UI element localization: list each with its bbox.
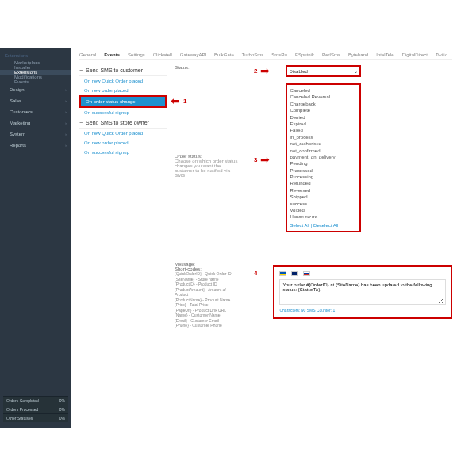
status-option[interactable]: Denied (290, 114, 357, 121)
tab-bulkgate[interactable]: BulkGate (214, 52, 234, 57)
tab-twilio[interactable]: Twilio (436, 52, 447, 57)
tab-bar: General Events Settings Clickatell Gatew… (79, 52, 452, 60)
tab-turbosms[interactable]: TurboSms (242, 52, 263, 57)
status-option[interactable]: Expired (290, 121, 357, 127)
flag-ua-icon[interactable] (279, 271, 286, 276)
tab-general[interactable]: General (79, 52, 96, 57)
annotation-4: 4 (254, 270, 257, 277)
status-option[interactable]: Reversed (290, 187, 357, 194)
status-option[interactable]: Canceled (290, 87, 357, 94)
event-owner-signup[interactable]: On successful signup (79, 148, 167, 157)
status-option[interactable]: not_confirmed (290, 148, 357, 154)
deselect-all-link[interactable]: Deselect All (313, 223, 338, 228)
event-owner-quick-order[interactable]: On new Quick Order placed (79, 129, 167, 138)
status-option[interactable]: Shipped (290, 194, 357, 200)
message-box: Characters: 90 SMS Counter: 1 (273, 265, 452, 319)
status-option[interactable]: Canceled Reversal (290, 94, 357, 100)
annotation-3: 3 (254, 156, 257, 163)
annotation-1: 1 (183, 98, 186, 105)
status-option[interactable]: Новая почта (290, 213, 357, 220)
stat-row: Orders Completed0% (3, 396, 68, 405)
event-config: Status: 2 ➡ Disabled ⌄ CanceledCanceled … (175, 65, 452, 333)
chevron-down-icon: ⌄ (354, 68, 358, 74)
owner-section-title[interactable]: −Send SMS to store owner (79, 117, 167, 129)
nav-design[interactable]: Design (0, 84, 71, 95)
status-option[interactable]: Voided (290, 207, 357, 213)
tab-clickatell[interactable]: Clickatell (153, 52, 172, 57)
event-quick-order[interactable]: On new Quick Order placed (79, 76, 167, 86)
nav-sales[interactable]: Sales (0, 95, 71, 106)
message-textarea[interactable] (279, 279, 446, 305)
stat-row: Orders Processed0% (3, 405, 68, 413)
flag-en-icon[interactable] (291, 271, 298, 276)
tab-gatewayapi[interactable]: GatewayAPI (180, 52, 206, 57)
tab-byteband[interactable]: Byteband (348, 52, 368, 57)
event-owner-new-order[interactable]: On new order placed (79, 138, 167, 148)
status-select[interactable]: Disabled ⌄ (286, 65, 361, 77)
tab-esputnik[interactable]: ESputnik (295, 52, 314, 57)
status-option[interactable]: Processed (290, 167, 357, 174)
nav-customers[interactable]: Customers (0, 106, 71, 117)
content: −Send SMS to customer On new Quick Order… (79, 65, 452, 333)
tab-settings[interactable]: Settings (128, 52, 145, 57)
event-signup[interactable]: On successful signup (79, 108, 167, 117)
arrow-icon: ⬅ (171, 95, 180, 106)
status-option[interactable]: Complete (290, 107, 357, 113)
sidebar: Extensions Marketplace Installer Extensi… (0, 48, 71, 428)
status-option[interactable]: Refunded (290, 180, 357, 186)
event-new-order[interactable]: On new order placed (79, 86, 167, 95)
tab-digitaldirect[interactable]: DigitalDirect (402, 52, 428, 57)
language-tabs (279, 271, 446, 276)
tab-redsms[interactable]: RedSms (322, 52, 340, 57)
nav-system[interactable]: System (0, 129, 71, 140)
order-status-label: Order status: Choose on which order stat… (175, 154, 238, 178)
event-order-status-change[interactable]: On order status change (79, 95, 167, 108)
char-counter: Characters: 90 SMS Counter: 1 (279, 308, 446, 313)
order-status-list[interactable]: CanceledCanceled ReversalChargebackCompl… (286, 83, 361, 232)
sidebar-section-title: Extensions (0, 51, 71, 60)
flag-ru-icon[interactable] (303, 271, 310, 276)
tab-inteltele[interactable]: IntelTele (376, 52, 393, 57)
status-option[interactable]: payment_on_delivery (290, 154, 357, 160)
status-option[interactable]: Pending (290, 160, 357, 167)
sidebar-stats: Orders Completed0% Orders Processed0% Ot… (0, 393, 71, 425)
app-root: Extensions Marketplace Installer Extensi… (0, 0, 476, 476)
nav-marketing[interactable]: Marketing (0, 117, 71, 129)
events-list: −Send SMS to customer On new Quick Order… (79, 65, 167, 333)
arrow-icon: ➡ (260, 65, 270, 76)
arrow-icon: ➡ (260, 154, 270, 165)
status-option[interactable]: not_authorised (290, 140, 357, 147)
status-label: Status: (175, 65, 238, 70)
tab-events[interactable]: Events (104, 52, 120, 57)
tab-smsru[interactable]: SmsRu (271, 52, 287, 57)
message-label: Message: Short-codes: {QuickOrderID} - Q… (175, 262, 238, 328)
status-option[interactable]: Failed (290, 127, 357, 133)
stat-row: Other Statuses0% (3, 413, 68, 422)
status-option[interactable]: Chargeback (290, 101, 357, 107)
annotation-2: 2 (254, 67, 257, 75)
nav-reports[interactable]: Reports (0, 140, 71, 151)
status-option[interactable]: success (290, 201, 357, 207)
select-all-link[interactable]: Select All (290, 223, 309, 228)
status-option[interactable]: Processing (290, 174, 357, 180)
customer-section-title[interactable]: −Send SMS to customer (79, 65, 167, 76)
main-panel: General Events Settings Clickatell Gatew… (71, 48, 460, 428)
status-option[interactable]: in_process (290, 134, 357, 140)
